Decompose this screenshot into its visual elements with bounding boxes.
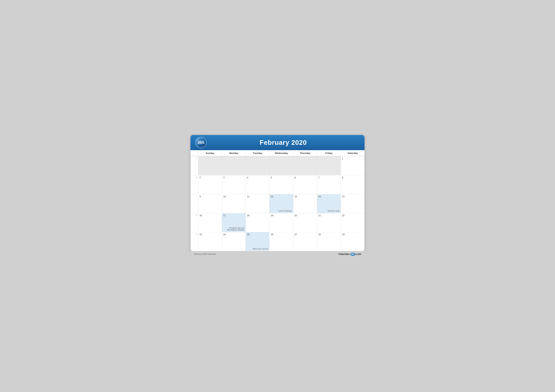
calendar-cell-20[interactable]: 20 [293,213,317,232]
day-number: 4 [247,176,268,179]
calendar-cell-25[interactable]: 25Mardi Gras Carnival [246,232,270,251]
footer-logo: Calendar-365.com [338,253,361,256]
calendar-cell-empty[interactable] [270,156,293,175]
footer-left-text: February 2020 Calendar [194,253,216,255]
day-number: 18 [247,214,268,217]
calendar-cell-4[interactable]: 4 [246,175,270,194]
week-number-6: 6 [191,175,198,194]
week-number-9: 9 [191,232,198,251]
calendar-cell-8[interactable]: 8 [341,175,365,194]
event-label: Presidents Day and Washington's Birthday [222,227,244,231]
calendar-cell-6[interactable]: 6 [293,175,317,194]
event-label: Valentine's Day [327,210,339,212]
day-header-thursday: Thursday [293,150,317,156]
day-number: 26 [271,233,292,236]
day-number: 14 [318,195,339,198]
day-number: 23 [199,233,220,236]
day-number: 11 [247,195,268,198]
calendar-cell-11[interactable]: 11 [246,194,270,213]
day-number: 15 [342,195,363,198]
event-label: Mardi Gras Carnival [253,248,268,250]
day-number: 3 [223,176,244,179]
page-wrapper: 365 February 2020 Sunday Monday Tuesday … [190,135,365,257]
calendar-cell-empty[interactable] [198,156,222,175]
calendar-cell-22[interactable]: 22 [341,213,365,232]
footer-logo-num: 365 [350,253,356,256]
calendar-cell-1[interactable]: 1 [341,156,365,175]
day-number: 25 [247,233,268,236]
calendar-cell-21[interactable]: 21 [317,213,341,232]
calendar-cell-9[interactable]: 9 [198,194,222,213]
day-number: 20 [295,214,316,217]
footer-logo-prefix: Calendar- [338,253,350,256]
day-number: 12 [271,195,292,198]
calendar-cell-15[interactable]: 15 [341,194,365,213]
day-number: 16 [199,214,220,217]
calendar-title: February 2020 [207,139,360,146]
day-number: 5 [271,176,292,179]
calendar-cell-28[interactable]: 28 [317,232,341,251]
calendar-grid: 516234567879101112Lincoln's Birthday1314… [190,156,365,251]
day-number: 6 [295,176,316,179]
calendar-cell-29[interactable]: 29 [341,232,365,251]
calendar-cell-26[interactable]: 26 [270,232,293,251]
calendar-cell-12[interactable]: 12Lincoln's Birthday [270,194,293,213]
day-number: 24 [223,233,244,236]
week-number-8: 8 [191,213,198,232]
calendar-cell-10[interactable]: 10 [222,194,246,213]
week-number-5: 5 [191,156,198,175]
day-number: 10 [223,195,244,198]
footer-logo-suffix: .com [356,253,361,256]
calendar-cell-18[interactable]: 18 [246,213,270,232]
day-number: 27 [295,233,316,236]
calendar-cell-27[interactable]: 27 [293,232,317,251]
day-header-friday: Friday [317,150,341,156]
day-header-tuesday: Tuesday [246,150,270,156]
calendar-container: 365 February 2020 Sunday Monday Tuesday … [190,135,365,251]
day-number: 19 [271,214,292,217]
calendar-cell-17[interactable]: 17Presidents Day and Washington's Birthd… [222,213,246,232]
calendar-cell-19[interactable]: 19 [270,213,293,232]
day-number: 21 [318,214,339,217]
day-number: 1 [342,157,363,160]
day-number: 22 [342,214,363,217]
day-header-sunday: Sunday [198,150,222,156]
calendar-cell-2[interactable]: 2 [198,175,222,194]
day-number: 9 [199,195,220,198]
day-headers-row: Sunday Monday Tuesday Wednesday Thursday… [190,150,365,156]
calendar-cell-14[interactable]: 14Valentine's Day [317,194,341,213]
calendar-cell-13[interactable]: 13 [293,194,317,213]
calendar-header: 365 February 2020 [190,135,365,150]
calendar-cell-7[interactable]: 7 [317,175,341,194]
day-header-saturday: Saturday [341,150,365,156]
day-number: 29 [342,233,363,236]
week-label-header-spacer [190,150,198,156]
calendar-cell-empty[interactable] [246,156,270,175]
day-number: 2 [199,176,220,179]
calendar-cell-24[interactable]: 24 [222,232,246,251]
day-number: 7 [318,176,339,179]
calendar-cell-5[interactable]: 5 [270,175,293,194]
day-header-wednesday: Wednesday [270,150,293,156]
calendar-cell-3[interactable]: 3 [222,175,246,194]
day-header-monday: Monday [222,150,246,156]
event-label: Lincoln's Birthday [278,210,292,212]
calendar-footer: February 2020 Calendar Calendar-365.com [190,251,365,257]
day-number: 17 [223,214,244,217]
calendar-cell-empty[interactable] [222,156,246,175]
day-number: 13 [295,195,316,198]
logo-text: 365 [197,140,204,145]
calendar-cell-23[interactable]: 23 [198,232,222,251]
calendar-cell-16[interactable]: 16 [198,213,222,232]
calendar-cell-empty[interactable] [317,156,341,175]
week-number-7: 7 [191,194,198,213]
calendar-cell-empty[interactable] [293,156,317,175]
logo-badge: 365 [195,137,207,148]
day-number: 28 [318,233,339,236]
day-number: 8 [342,176,363,179]
